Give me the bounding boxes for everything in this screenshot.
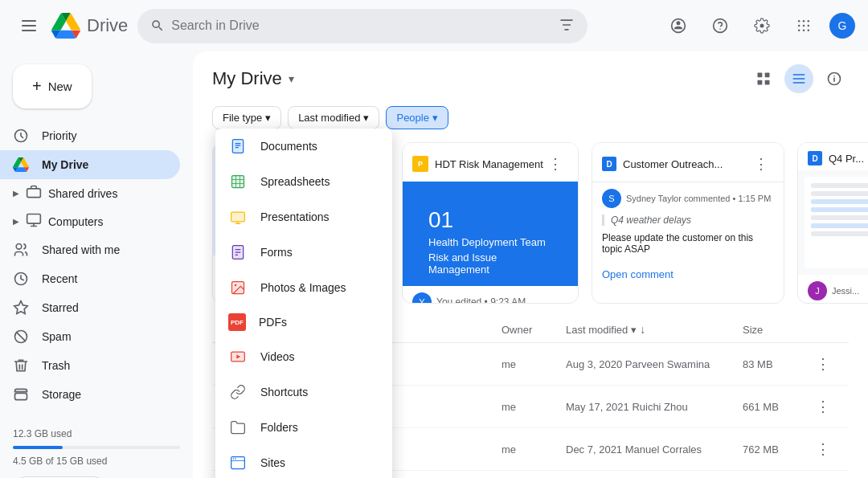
grid-view-button[interactable] — [749, 64, 778, 93]
q4-file-icon: D — [808, 151, 822, 165]
main-header: My Drive ▾ — [193, 51, 868, 100]
outreach-open-area[interactable]: Open comment — [592, 268, 784, 288]
svg-point-7 — [803, 20, 805, 22]
svg-point-5 — [720, 29, 721, 30]
sites-icon — [228, 453, 248, 472]
dropdown-item-shortcuts[interactable]: Shortcuts — [215, 374, 392, 410]
sidebar-item-trash-label: Trash — [42, 359, 70, 372]
svg-point-14 — [808, 30, 810, 32]
row-2-menu-button[interactable]: ⋮ — [810, 394, 836, 419]
svg-rect-17 — [27, 214, 41, 224]
search-box[interactable] — [137, 9, 588, 43]
shared-with-me-icon — [13, 242, 29, 258]
sidebar-item-priority[interactable]: Priority — [0, 121, 180, 150]
hdt-menu-button[interactable]: ⋮ — [543, 151, 568, 177]
outreach-commenter-avatar: S — [602, 189, 621, 208]
col-last-modified[interactable]: Last modified ▾ ↓ — [566, 323, 743, 336]
svg-point-65 — [233, 458, 235, 460]
storage-used-label: 12.3 GB used — [13, 428, 180, 439]
sidebar-item-trash[interactable]: Trash — [0, 351, 180, 380]
dropdown-item-forms[interactable]: Forms — [215, 235, 392, 270]
people-filter[interactable]: People ▾ — [386, 106, 448, 129]
hdt-card-title: HDT Risk Management — [435, 158, 543, 170]
file-type-filter[interactable]: File type ▾ — [212, 106, 281, 129]
presentations-icon — [228, 207, 248, 227]
outreach-comment-body: Please update the customer on this topic… — [602, 232, 774, 255]
file-type-dropdown: Documents Spreadsheets Presentations For… — [215, 129, 392, 478]
account-icon-button[interactable] — [662, 10, 694, 42]
last-modified-filter[interactable]: Last modified ▾ — [288, 106, 379, 129]
sort-arrow-icon[interactable]: ▾ — [631, 324, 637, 336]
apps-icon-button[interactable] — [788, 10, 820, 42]
sidebar-item-computers[interactable]: ▶ Computers — [0, 207, 180, 235]
dropdown-item-documents[interactable]: Documents — [215, 129, 392, 164]
card-customer-outreach[interactable]: D Customer Outreach... ⋮ S Sydney Taylor… — [592, 142, 784, 304]
last-modified-label: Last modified — [298, 112, 360, 124]
dropdown-item-photos[interactable]: Photos & Images — [215, 270, 392, 305]
row-3-menu-button[interactable]: ⋮ — [810, 436, 836, 462]
help-icon-button[interactable] — [704, 10, 736, 42]
grid-view-icon — [755, 71, 772, 87]
folders-label: Folders — [260, 421, 298, 434]
sort-direction-icon[interactable]: ↓ — [640, 323, 645, 336]
search-filter-icon[interactable] — [559, 17, 575, 35]
svg-marker-20 — [14, 301, 28, 314]
pdfs-label: PDFs — [259, 316, 287, 329]
row-1-actions: ⋮ — [807, 351, 839, 377]
new-plus-icon: + — [32, 77, 42, 96]
filter-list-button[interactable] — [784, 64, 813, 93]
sidebar-item-spam[interactable]: Spam — [0, 322, 180, 351]
sidebar-item-shared-drives[interactable]: ▶ Shared drives — [0, 179, 180, 207]
dropdown-item-videos[interactable]: Videos — [215, 339, 392, 374]
sidebar-item-my-drive[interactable]: My Drive — [0, 150, 180, 179]
svg-rect-42 — [232, 176, 244, 188]
page-title[interactable]: My Drive ▾ — [212, 68, 294, 89]
outreach-menu-button[interactable]: ⋮ — [748, 151, 774, 177]
card-q4[interactable]: D Q4 Pr... J — [797, 142, 868, 304]
presentations-label: Presentations — [260, 210, 330, 223]
svg-point-9 — [798, 25, 800, 27]
sidebar-item-starred-label: Starred — [42, 301, 79, 314]
layout: + New Priority My Drive — [0, 51, 868, 478]
hdt-user-avatar: Y — [412, 292, 432, 304]
dropdown-item-pdfs[interactable]: PDF PDFs — [215, 305, 392, 339]
menu-button[interactable] — [13, 10, 45, 42]
outreach-open-link[interactable]: Open comment — [602, 268, 674, 280]
hdt-card-header: P HDT Risk Management ⋮ — [403, 143, 578, 182]
svg-point-8 — [808, 20, 810, 22]
info-button[interactable] — [820, 64, 849, 93]
sidebar-item-shared-with-me[interactable]: Shared with me — [0, 235, 180, 264]
q4-line-4 — [811, 207, 868, 212]
search-input[interactable] — [171, 18, 552, 33]
new-button[interactable]: + New — [13, 64, 92, 108]
svg-rect-48 — [231, 212, 245, 222]
svg-point-10 — [803, 25, 805, 27]
drive-logo-icon — [51, 13, 80, 39]
sidebar-item-storage[interactable]: Storage — [0, 380, 180, 409]
settings-icon-button[interactable] — [746, 10, 778, 42]
file-type-arrow-icon: ▾ — [265, 112, 271, 124]
dropdown-item-presentations[interactable]: Presentations — [215, 199, 392, 235]
videos-icon — [228, 347, 248, 366]
row-1-owner: me — [502, 358, 566, 370]
sidebar-item-starred[interactable]: Starred — [0, 293, 180, 322]
dropdown-item-spreadsheets[interactable]: Spreadsheets — [215, 164, 392, 199]
pdfs-icon: PDF — [228, 313, 246, 331]
spreadsheets-icon — [228, 172, 248, 191]
hdt-header-info: P HDT Risk Management — [412, 156, 543, 172]
storage-section: 12.3 GB used 4.5 GB of 15 GB used Buy st… — [0, 415, 193, 478]
dropdown-item-folders[interactable]: Folders — [215, 410, 392, 445]
spam-icon — [13, 329, 29, 345]
user-avatar[interactable]: G — [829, 13, 855, 39]
sidebar-item-recent[interactable]: Recent — [0, 264, 180, 293]
storage-icon — [13, 386, 29, 402]
expand-arrow-icon: ▶ — [13, 189, 19, 198]
title-dropdown-icon[interactable]: ▾ — [289, 72, 294, 85]
card-hdt[interactable]: P HDT Risk Management ⋮ 01 Health Deploy… — [402, 142, 579, 304]
row-3-size: 762 MB — [743, 443, 807, 456]
svg-point-66 — [235, 458, 236, 460]
row-2-owner: me — [502, 401, 566, 413]
row-1-menu-button[interactable]: ⋮ — [810, 351, 836, 377]
dropdown-item-sites[interactable]: Sites — [215, 445, 392, 478]
shared-drives-icon — [26, 184, 42, 202]
